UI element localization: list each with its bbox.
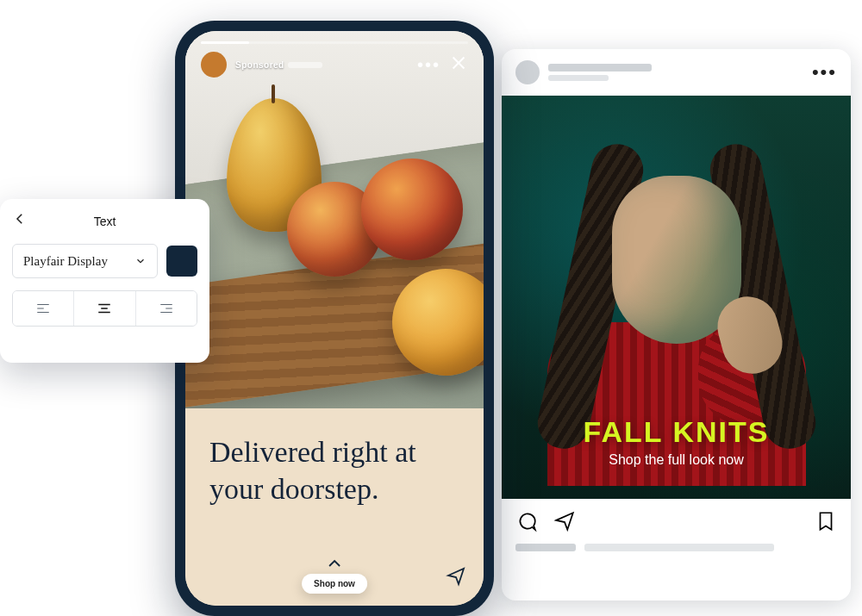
feed-subtext-placeholder: [548, 75, 609, 81]
align-left-button[interactable]: [13, 291, 73, 326]
align-center-button[interactable]: [73, 291, 134, 326]
feed-post-card: ••• FALL KNITS Shop the full look now: [502, 49, 851, 600]
chevron-down-icon: [134, 255, 147, 267]
story-more-button[interactable]: •••: [417, 55, 440, 75]
feed-action-bar: [502, 499, 851, 544]
align-right-button[interactable]: [135, 291, 197, 326]
feed-avatar[interactable]: [515, 60, 540, 84]
feed-overlay-title: FALL KNITS: [502, 415, 851, 449]
chevron-up-icon: [327, 557, 342, 572]
feed-image[interactable]: FALL KNITS Shop the full look now: [502, 96, 851, 499]
feed-caption-row: [502, 544, 851, 563]
feed-username-placeholder: [548, 64, 652, 72]
panel-title: Text: [94, 215, 116, 228]
feed-overlay-tagline: Shop the full look now: [502, 452, 851, 468]
story-photo[interactable]: [185, 31, 484, 408]
text-align-group: [12, 290, 197, 327]
feed-username-block: [548, 64, 652, 81]
feed-caption-name-placeholder: [515, 544, 576, 551]
close-icon[interactable]: [449, 53, 468, 76]
text-editor-panel: Text Playfair Display: [0, 199, 209, 363]
send-icon[interactable]: [446, 566, 466, 590]
story-screen: Sponsored ••• Delivered right at your do…: [185, 31, 484, 606]
feed-image-subject: [547, 150, 806, 460]
feed-more-button[interactable]: •••: [812, 61, 837, 84]
font-family-value: Playfair Display: [23, 254, 108, 269]
story-headline: Delivered right at your doorstep.: [209, 434, 459, 507]
story-cta[interactable]: Shop now: [302, 557, 367, 594]
fruit-apple-2: [361, 159, 463, 260]
story-header: Sponsored •••: [185, 31, 484, 86]
story-avatar[interactable]: [201, 52, 227, 78]
text-color-swatch[interactable]: [166, 246, 197, 277]
share-icon[interactable]: [553, 510, 576, 532]
story-sponsored-label: Sponsored: [235, 60, 322, 70]
back-button[interactable]: [12, 211, 28, 230]
bookmark-icon[interactable]: [815, 510, 837, 532]
font-family-select[interactable]: Playfair Display: [12, 244, 158, 278]
phone-frame: Sponsored ••• Delivered right at your do…: [175, 21, 494, 616]
feed-overlay-text: FALL KNITS Shop the full look now: [502, 415, 851, 468]
shop-now-button[interactable]: Shop now: [302, 574, 367, 594]
feed-header: •••: [502, 49, 851, 96]
story-progress-bar[interactable]: [201, 41, 468, 44]
feed-caption-text-placeholder: [584, 544, 774, 551]
comment-icon[interactable]: [515, 510, 538, 532]
